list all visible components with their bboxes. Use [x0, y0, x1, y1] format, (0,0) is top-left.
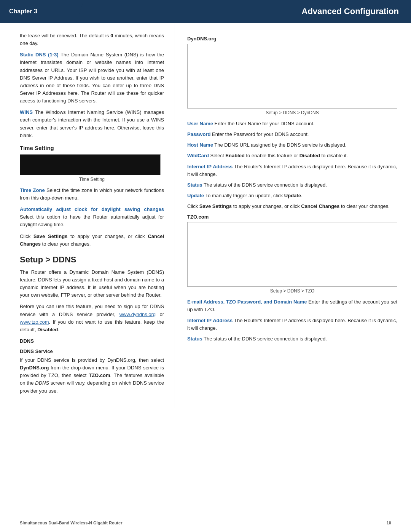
email-label: E-mail Address, TZO Password, and Domain… — [187, 299, 307, 305]
tzo-link[interactable]: www.tzo.com — [20, 319, 49, 325]
status-label: Status — [187, 182, 202, 188]
wildcard-enabled: Enabled — [225, 153, 245, 158]
update-end: . — [301, 193, 303, 198]
user-name-label: User Name — [187, 121, 213, 126]
dyndns-link[interactable]: www.dyndns.org — [119, 312, 156, 317]
ddns-service-p-start: If your DDNS service is provided by DynD… — [20, 357, 164, 363]
update-label: Update — [187, 193, 204, 198]
page-footer: Simultaneous Dual-Band Wireless-N Gigabi… — [0, 521, 411, 525]
save-cancel-paragraph-left: Click Save Settings to apply your change… — [20, 233, 164, 248]
static-dns-label: Static DNS (1-3) — [20, 52, 59, 58]
save-settings-left: Save Settings — [33, 233, 67, 239]
static-dns-paragraph: Static DNS (1-3) The Domain Name System … — [20, 51, 164, 105]
save-cancel-mid-left: to apply your changes, or click — [67, 233, 148, 239]
time-zone-paragraph: Time Zone Select the time zone in which … — [20, 187, 164, 202]
wins-label: WINS — [20, 109, 33, 115]
wildcard-end: to disable it. — [320, 153, 348, 158]
auto-adjust-label: Automatically adjust clock for daylight … — [20, 206, 164, 212]
chapter-text: Chapter 3 — [9, 8, 37, 15]
tzo-internet-ip-label: Internet IP Address — [187, 318, 233, 323]
ddns-service-paragraph: If your DDNS service is provided by DynD… — [20, 356, 164, 395]
update-link: Update — [284, 193, 301, 198]
setup-ddns-heading: Setup > DDNS — [20, 255, 164, 265]
setup-ddns-p1: The Router offers a Dynamic Domain Name … — [20, 268, 164, 299]
wildcard-label: WildCard — [187, 153, 209, 158]
ddns-heading: DDNS — [20, 338, 164, 344]
chapter-label: Chapter 3 — [0, 0, 76, 23]
password-label: Password — [187, 131, 210, 137]
time-setting-screenshot — [20, 154, 161, 175]
ddns-disabled: Disabled — [37, 327, 58, 332]
save-cancel-mid-right: to apply your changes, or click — [232, 203, 301, 209]
wins-text: The Windows Internet Naming Service (WIN… — [20, 109, 164, 138]
static-dns-text: The Domain Name System (DNS) is how the … — [20, 52, 164, 104]
title-text: Advanced Configuration — [302, 6, 399, 16]
save-settings-right: Save Settings — [199, 203, 232, 209]
ddns-dyndns-label: DynDNS.org — [20, 365, 49, 371]
save-cancel-text-right: Click — [187, 203, 199, 209]
user-name-text: Enter the User Name for your DDNS accoun… — [213, 121, 315, 126]
update-row: Update To manually trigger an update, cl… — [187, 192, 397, 200]
wins-paragraph: WINS The Windows Internet Naming Service… — [20, 109, 164, 139]
page-body: the lease will be renewed. The default i… — [0, 23, 411, 408]
ddns-tzo-label: TZO.com — [89, 372, 110, 378]
ddns-italic-label: DDNS — [35, 380, 49, 386]
left-column: the lease will be renewed. The default i… — [0, 23, 175, 408]
tzo-caption: Setup > DDNS > TZO — [187, 288, 397, 294]
page-header: Chapter 3 Advanced Configuration — [0, 0, 411, 23]
intro-paragraph: the lease will be renewed. The default i… — [20, 32, 164, 47]
wildcard-mid: to enable this feature or — [245, 153, 299, 158]
ddns-service-heading: DDNS Service — [20, 348, 164, 354]
password-text: Enter the Password for your DDNS account… — [210, 131, 309, 137]
tzo-status-text: The status of the DDNS service connectio… — [202, 336, 327, 342]
time-setting-heading: Time Setting — [20, 145, 164, 151]
save-cancel-paragraph-right: Click Save Settings to apply your change… — [187, 203, 397, 210]
tzo-status-row: Status The status of the DDNS service co… — [187, 335, 397, 343]
time-setting-caption: Time Setting — [20, 177, 164, 182]
intro-p1-start: the lease will be renewed. The default i… — [20, 33, 110, 38]
email-row: E-mail Address, TZO Password, and Domain… — [187, 298, 397, 313]
dyndns-caption: Setup > DDNS > DynDNS — [187, 110, 397, 115]
internet-ip-label: Internet IP Address — [187, 164, 233, 169]
wildcard-disabled: Disabled — [299, 153, 320, 158]
auto-adjust-paragraph: Automatically adjust clock for daylight … — [20, 206, 164, 228]
user-name-row: User Name Enter the User Name for your D… — [187, 120, 397, 128]
update-text: To manually trigger an update, click — [204, 193, 284, 198]
save-cancel-end-right: to clear your changes. — [339, 203, 390, 209]
host-name-label: Host Name — [187, 142, 213, 148]
status-text: The status of the DDNS service connectio… — [202, 182, 327, 188]
ddns-or: or — [156, 312, 164, 317]
dyndns-screenshot — [187, 44, 397, 109]
time-zone-label: Time Zone — [20, 187, 45, 193]
auto-adjust-text: Select this option to have the Router au… — [20, 214, 164, 227]
host-name-text: The DDNS URL assigned by the DDNS servic… — [213, 142, 346, 148]
save-cancel-end-left: to clear your changes. — [41, 241, 91, 247]
footer-left: Simultaneous Dual-Band Wireless-N Gigabi… — [20, 521, 122, 525]
password-row: Password Enter the Password for your DDN… — [187, 131, 397, 138]
tzo-internet-ip-row: Internet IP Address The Router's Interne… — [187, 317, 397, 332]
wildcard-text-start: Select — [209, 153, 225, 158]
footer-right: 10 — [387, 521, 391, 525]
wildcard-row: WildCard Select Enabled to enable this f… — [187, 152, 397, 160]
status-row: Status The status of the DDNS service co… — [187, 181, 397, 189]
ddns-disabled-end: . — [58, 327, 59, 332]
page-title: Advanced Configuration — [76, 0, 411, 23]
cancel-changes-right: Cancel Changes — [301, 203, 339, 209]
host-name-row: Host Name The DDNS URL assigned by the D… — [187, 141, 397, 149]
tzo-screenshot — [187, 222, 397, 287]
save-cancel-text-left: Click — [20, 233, 33, 239]
tzo-status-label: Status — [187, 336, 202, 342]
tzo-section-heading: TZO.com — [187, 214, 397, 220]
setup-ddns-p2: Before you can use this feature, you nee… — [20, 303, 164, 334]
dyndns-section-heading: DynDNS.org — [187, 36, 397, 42]
right-column: DynDNS.org Setup > DDNS > DynDNS User Na… — [175, 23, 411, 408]
internet-ip-row: Internet IP Address The Router's Interne… — [187, 163, 397, 178]
